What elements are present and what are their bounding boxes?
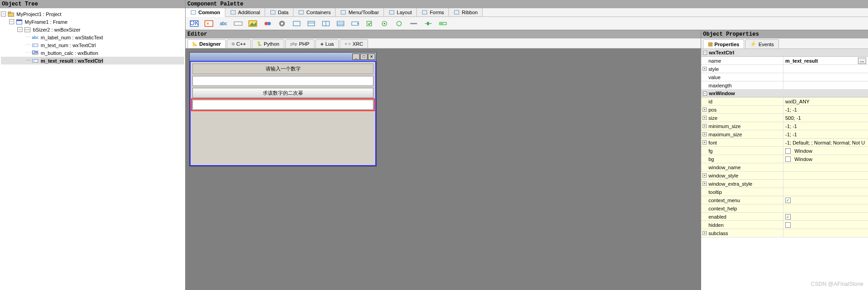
tool-listbox-icon[interactable] [335, 19, 346, 28]
tool-gauge-icon[interactable] [438, 19, 448, 28]
tree-item[interactable]: ⋯m_text_num : wxTextCtrl [1, 41, 184, 49]
editor-tab-label: C++ [236, 41, 246, 47]
property-row[interactable]: bgWindow [701, 155, 868, 163]
palette-tab[interactable]: Additional [225, 8, 265, 16]
tab-icon [340, 10, 346, 15]
tool-ok-button-icon[interactable]: OK [189, 19, 199, 28]
tree-item[interactable]: ⋯m_text_result : wxTextCtrl [1, 57, 184, 64]
close-icon[interactable]: ✕ [368, 54, 375, 60]
design-window[interactable]: _ □ ✕ 请输入一个数字 求该数字的二次幂 [189, 52, 377, 166]
property-expander-icon[interactable]: + [703, 107, 707, 112]
properties-tab[interactable]: ⚡Events [745, 39, 779, 48]
property-row[interactable]: fgWindow [701, 147, 868, 155]
palette-tab-label: Forms [430, 10, 444, 15]
section-collapse-icon[interactable]: − [703, 51, 707, 55]
design-text-num[interactable] [192, 76, 373, 86]
editor-tab[interactable]: 🐍Python [252, 39, 284, 48]
property-row[interactable]: +pos-1; -1 [701, 106, 868, 114]
property-expander-icon[interactable]: + [703, 116, 707, 120]
checkbox-icon[interactable] [785, 214, 791, 220]
ellipsis-button[interactable]: … [858, 58, 866, 64]
editor-tab[interactable]: ⧉C++ [227, 39, 251, 48]
property-expander-icon[interactable]: + [703, 182, 707, 186]
property-expander-icon[interactable]: + [703, 231, 707, 235]
tool-animation-icon[interactable] [262, 19, 272, 28]
section-collapse-icon[interactable]: − [703, 91, 707, 96]
design-calc-button[interactable]: 求该数字的二次幂 [192, 88, 373, 98]
checkbox-icon[interactable] [785, 222, 791, 228]
checkbox-icon[interactable] [785, 198, 791, 203]
property-row[interactable]: context_help [701, 204, 868, 213]
minimize-icon[interactable]: _ [352, 54, 360, 60]
maximize-icon[interactable]: □ [360, 54, 367, 60]
palette-tab[interactable]: Ribbon [449, 8, 483, 16]
property-row[interactable]: +maximum_size-1; -1 [701, 130, 868, 139]
designer-canvas[interactable]: _ □ ✕ 请输入一个数字 求该数字的二次幂 [186, 48, 701, 290]
tool-textctrl-icon[interactable] [233, 19, 243, 28]
tool-radiobutton-icon[interactable] [379, 19, 389, 28]
tool-toggle-icon[interactable] [394, 19, 404, 28]
tool-panel3-icon[interactable] [321, 19, 331, 28]
property-row[interactable]: +minimum_size-1; -1 [701, 122, 868, 130]
property-expander-icon[interactable]: + [703, 124, 707, 128]
palette-tab[interactable]: Forms [417, 8, 449, 16]
editor-tab[interactable]: phpPHP [285, 39, 314, 48]
palette-tab[interactable]: Data [265, 8, 293, 16]
palette-tab-label: Data [278, 10, 288, 15]
property-row[interactable]: tooltip [701, 188, 868, 196]
editor-tab-label: Python [264, 41, 279, 47]
palette-tab[interactable]: Menu/Toolbar [335, 8, 384, 16]
tool-panel1-icon[interactable] [292, 19, 302, 28]
palette-tab[interactable]: Containers [293, 8, 335, 16]
tree-item[interactable]: −bSizer2 : wxBoxSizer [1, 26, 184, 33]
design-static-label[interactable]: 请输入一个数字 [192, 64, 373, 74]
tool-combobox-icon[interactable] [350, 19, 360, 28]
property-row[interactable]: idwxID_ANY [701, 97, 868, 106]
palette-tab[interactable]: Common [186, 8, 225, 17]
tool-bitmap-icon[interactable] [248, 19, 258, 28]
palette-tab[interactable]: Layout [384, 8, 417, 16]
object-tree[interactable]: −MyProject1 : Project−MyFrame1 : Frame−b… [0, 8, 185, 66]
design-text-result[interactable] [192, 100, 373, 110]
property-row[interactable]: hidden [701, 221, 868, 229]
palette-tab-label: Ribbon [462, 10, 478, 15]
tree-expander-icon[interactable]: − [9, 19, 14, 24]
property-row[interactable]: context_menu [701, 196, 868, 204]
property-row[interactable]: +style [701, 65, 868, 73]
property-row[interactable]: namem_text_result… [701, 57, 868, 65]
tool-panel2-icon[interactable] [306, 19, 316, 28]
tool-static-text-icon[interactable]: abc [218, 19, 229, 28]
property-row[interactable]: enabled [701, 213, 868, 221]
property-row[interactable]: +window_style [701, 172, 868, 180]
tool-media-icon[interactable] [277, 19, 287, 28]
property-row[interactable]: value [701, 73, 868, 81]
properties-tab[interactable]: ▤Properties [703, 39, 744, 48]
property-expander-icon[interactable]: + [703, 67, 707, 71]
editor-tab[interactable]: 📐Designer [187, 39, 226, 48]
tree-item[interactable]: −MyFrame1 : Frame [1, 18, 184, 26]
properties-grid[interactable]: −wxTextCtrlnamem_text_result…+stylevalue… [701, 49, 868, 290]
property-row[interactable]: +size500; -1 [701, 114, 868, 122]
tool-bitmap-button-icon[interactable] [204, 19, 214, 28]
tool-checkbox-icon[interactable] [365, 19, 375, 28]
property-row[interactable]: maxlength [701, 81, 868, 90]
tree-item[interactable]: ⋯abcm_label_num : wxStaticText [1, 33, 184, 41]
property-row[interactable]: +window_extra_style [701, 180, 868, 188]
property-row[interactable]: window_name [701, 163, 868, 172]
tree-item[interactable]: ⋯OKm_button_calc : wxButton [1, 49, 184, 57]
tree-expander-icon[interactable]: − [1, 11, 6, 16]
tool-slider-icon[interactable] [423, 19, 433, 28]
tool-staticline-icon[interactable] [409, 19, 419, 28]
property-expander-icon[interactable]: + [703, 140, 707, 145]
property-expander-icon[interactable]: + [703, 132, 707, 136]
svg-text:OK: OK [32, 50, 38, 55]
property-section-header[interactable]: −wxWindow [701, 90, 868, 97]
tree-item[interactable]: −MyProject1 : Project [1, 10, 184, 18]
property-section-header[interactable]: −wxTextCtrl [701, 49, 868, 57]
property-expander-icon[interactable]: + [703, 173, 707, 177]
editor-tab[interactable]: < >XRC [340, 39, 368, 48]
property-row[interactable]: +font-1; Default; ; Normal; Normal; Not … [701, 139, 868, 147]
editor-tab[interactable]: ◆Lua [315, 39, 339, 48]
property-row[interactable]: +subclass [701, 229, 868, 237]
tree-expander-icon[interactable]: − [17, 27, 22, 32]
